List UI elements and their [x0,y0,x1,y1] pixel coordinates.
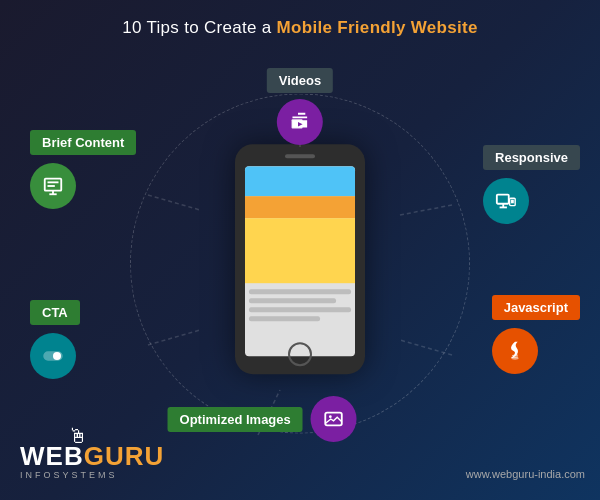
cta-label: CTA [30,300,80,325]
screen-lines [245,283,355,356]
brief-content-label: Brief Content [30,130,136,155]
screen-bar-yellow [245,218,355,283]
screen-line [249,289,351,294]
tip-cta: CTA [30,300,80,379]
website-url: www.webguru-india.com [466,468,585,480]
phone-wrapper [235,144,365,374]
svg-line-1 [148,195,200,210]
page-title: 10 Tips to Create a Mobile Friendly Webs… [0,0,600,38]
tip-brief-content: Brief Content [30,130,136,209]
presentation-icon [42,175,64,197]
brief-content-icon [30,163,76,209]
logo: 🖱 WEBGURU INFOSYSTEMS [20,443,164,480]
toggle-icon [41,344,65,368]
responsive-label: Responsive [483,145,580,170]
main-container: 10 Tips to Create a Mobile Friendly Webs… [0,0,600,500]
logo-mouse-icon: 🖱 [68,425,88,448]
javascript-label: Javascript [492,295,580,320]
optimized-images-label: Optimized Images [168,407,303,432]
title-highlight: Mobile Friendly Website [277,18,478,37]
java-icon [504,340,526,362]
optimized-images-icon [311,396,357,442]
image-icon [323,408,345,430]
svg-rect-17 [511,200,514,204]
screen-bar-orange [245,196,355,218]
logo-guru: GURU [84,441,165,471]
tip-javascript: Javascript [492,295,580,374]
video-icon [289,111,311,133]
screen-bar-blue [245,166,355,196]
svg-line-2 [400,205,452,215]
screen-line [249,316,320,321]
phone-screen [245,166,355,356]
screen-line [249,298,336,303]
phone-mockup [235,144,365,374]
title-prefix: 10 Tips to Create a [122,18,276,37]
tip-videos: Videos [267,68,333,145]
svg-rect-8 [45,179,62,191]
svg-rect-12 [48,185,55,187]
javascript-icon [492,328,538,374]
svg-rect-11 [48,181,59,183]
svg-rect-13 [497,195,509,204]
svg-point-19 [53,352,61,360]
videos-label: Videos [267,68,333,93]
logo-wordmark: WEBGURU [20,443,164,469]
responsive-device-icon [495,190,517,212]
logo-infosystems: INFOSYSTEMS [20,470,164,480]
cta-icon [30,333,76,379]
svg-line-4 [400,340,452,355]
tip-responsive: Responsive [483,145,580,224]
tip-optimized-images: Optimized Images [168,396,357,442]
svg-line-3 [148,330,200,345]
videos-icon [277,99,323,145]
responsive-icon [483,178,529,224]
svg-point-22 [329,415,332,418]
screen-line [249,307,351,312]
